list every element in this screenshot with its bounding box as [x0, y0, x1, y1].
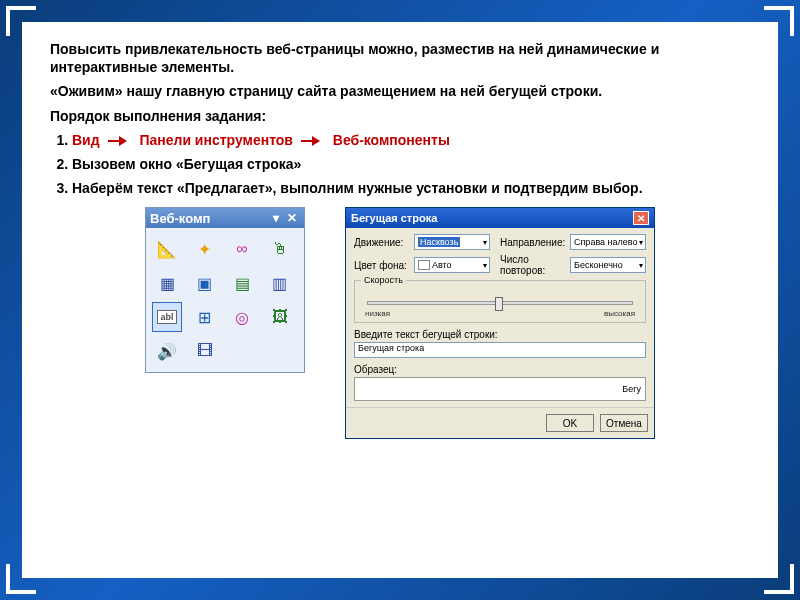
marquee-dialog: Бегущая строка ✕ Движение: Насквозь Напр… — [345, 207, 655, 439]
label-direction: Направление: — [500, 237, 566, 248]
speed-low-label: низкая — [365, 309, 390, 318]
marquee-text-input[interactable]: Бегущая строка — [354, 342, 646, 358]
insert-icon[interactable]: ⊞ — [190, 302, 220, 332]
marquee-icon[interactable]: abl — [152, 302, 182, 332]
step-2: Вызовем окно «Бегущая строка» — [72, 155, 750, 173]
color-swatch-icon — [418, 260, 430, 270]
preview-area: Бегу — [354, 377, 646, 401]
sound-icon[interactable]: 🔊 — [152, 336, 182, 366]
speed-slider[interactable] — [367, 301, 633, 305]
dialog-titlebar[interactable]: Бегущая строка ✕ — [346, 208, 654, 228]
step-1b: Панели инструментов — [139, 132, 293, 148]
step-1: Вид Панели инструментов Веб-компоненты — [72, 131, 750, 149]
para-1: Повысить привлекательность веб-страницы … — [50, 41, 659, 75]
toolbar-title: Веб-комп — [150, 211, 210, 226]
label-movement: Движение: — [354, 237, 410, 248]
select-repeat[interactable]: Бесконечно — [570, 257, 646, 273]
web-components-toolbar: Веб-комп ▾ ✕ 📐✦∞🖱▦▣▤▥abl⊞◎🖼🔊🎞 — [145, 207, 305, 373]
media-icon[interactable]: 🎞 — [190, 336, 220, 366]
label-bgcolor: Цвет фона: — [354, 260, 410, 271]
select-movement[interactable]: Насквозь — [414, 234, 490, 250]
cancel-button[interactable]: Отмена — [600, 414, 648, 432]
speed-group-label: Скорость — [361, 275, 406, 285]
speed-high-label: высокая — [604, 309, 635, 318]
toolbar-icon-grid: 📐✦∞🖱▦▣▤▥abl⊞◎🖼🔊🎞 — [146, 228, 304, 372]
frame-icon[interactable]: ▣ — [190, 268, 220, 298]
speed-group: Скорость низкая высокая — [354, 280, 646, 323]
sparkle-icon[interactable]: ✦ — [190, 234, 220, 264]
hover-icon[interactable]: 🖱 — [265, 234, 295, 264]
toolbar-titlebar[interactable]: Веб-комп ▾ ✕ — [146, 208, 304, 228]
slider-thumb-icon[interactable] — [495, 297, 503, 311]
select-direction[interactable]: Справа налево — [570, 234, 646, 250]
step-1c: Веб-компоненты — [333, 132, 450, 148]
para-3: Порядок выполнения задания: — [50, 108, 266, 124]
label-input: Введите текст бегущей строки: — [354, 329, 646, 340]
step-1a: Вид — [72, 132, 100, 148]
image-icon[interactable]: 🖼 — [265, 302, 295, 332]
hit-icon[interactable]: ◎ — [227, 302, 257, 332]
toolbar-dropdown-icon[interactable]: ▾ — [268, 210, 284, 226]
arrow-icon — [108, 136, 132, 146]
select-bgcolor[interactable]: Авто — [414, 257, 490, 273]
layer-icon[interactable]: ▦ — [152, 268, 182, 298]
web-wizard-icon[interactable]: 📐 — [152, 234, 182, 264]
table-icon[interactable]: ▤ — [227, 268, 257, 298]
para-2: «Оживим» нашу главную страницу сайта раз… — [50, 83, 602, 99]
dialog-close-icon[interactable]: ✕ — [633, 211, 649, 225]
dialog-title: Бегущая строка — [351, 212, 437, 224]
ok-button[interactable]: OK — [546, 414, 594, 432]
label-repeat: Число повторов: — [500, 254, 566, 276]
step-3: Наберём текст «Предлагает», выполним нуж… — [72, 179, 750, 197]
slide-content: Повысить привлекательность веб-страницы … — [22, 22, 778, 578]
arrow-icon — [301, 136, 325, 146]
label-preview: Образец: — [354, 364, 646, 375]
link-icon[interactable]: ∞ — [227, 234, 257, 264]
spreadsheet-icon[interactable]: ▥ — [265, 268, 295, 298]
toolbar-close-icon[interactable]: ✕ — [284, 210, 300, 226]
